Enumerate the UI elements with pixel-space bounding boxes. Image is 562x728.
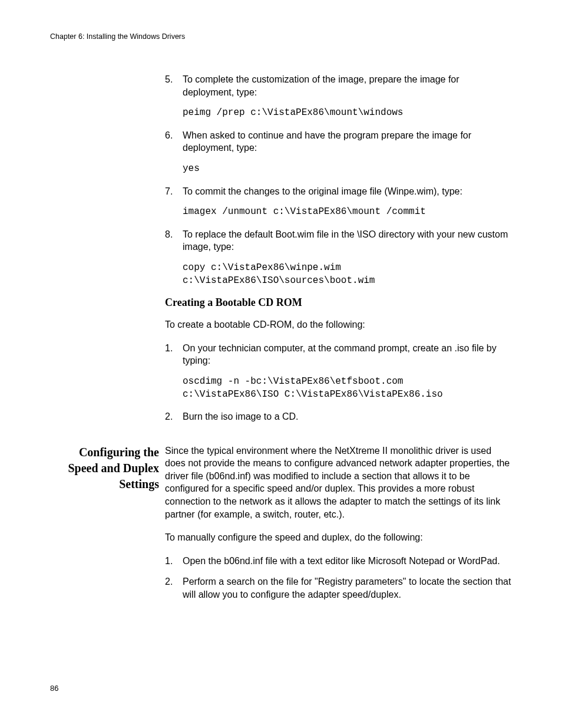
list-number: 2. <box>165 410 183 423</box>
right-column: 5. To complete the customization of the … <box>165 73 512 431</box>
paragraph: Since the typical environment where the … <box>165 444 512 521</box>
list-text: When asked to continue and have the prog… <box>183 129 512 154</box>
list-number: 1. <box>165 555 183 568</box>
content-area: 5. To complete the customization of the … <box>50 73 512 431</box>
list-number: 1. <box>165 342 183 367</box>
code-block: peimg /prep c:\VistaPEx86\mount\windows <box>183 107 512 120</box>
list-text: Open the b06nd.inf file with a text edit… <box>183 555 512 568</box>
list-item: 1. Open the b06nd.inf file with a text e… <box>165 555 512 568</box>
list-item: 2. Burn the iso image to a CD. <box>165 410 512 423</box>
sidebar-heading: Configuring the Speed and Duplex Setting… <box>50 444 159 492</box>
list-number: 7. <box>165 185 183 198</box>
code-block: oscdimg -n -bc:\VistaPEx86\etfsboot.com … <box>183 375 512 401</box>
ordered-list-b: 1. On your technician computer, at the c… <box>165 342 512 423</box>
right-column: Since the typical environment where the … <box>165 444 512 610</box>
code-block: yes <box>183 163 512 176</box>
list-number: 6. <box>165 129 183 154</box>
ordered-list-c: 1. Open the b06nd.inf file with a text e… <box>165 555 512 601</box>
page-number: 86 <box>50 684 58 693</box>
list-text: Perform a search on the file for "Regist… <box>183 575 512 601</box>
list-number: 8. <box>165 228 183 253</box>
list-item: 5. To complete the customization of the … <box>165 73 512 98</box>
list-number: 2. <box>165 575 183 601</box>
paragraph: To create a bootable CD-ROM, do the foll… <box>165 318 512 331</box>
left-column <box>50 73 165 431</box>
list-item: 2. Perform a search on the file for "Reg… <box>165 575 512 601</box>
paragraph: To manually configure the speed and dupl… <box>165 531 512 544</box>
list-text: To replace the default Boot.wim file in … <box>183 228 512 253</box>
page: Chapter 6: Installing the Windows Driver… <box>0 0 562 610</box>
list-item: 8. To replace the default Boot.wim file … <box>165 228 512 253</box>
code-block: copy c:\VistaPex86\winpe.wim c:\VistaPEx… <box>183 262 512 287</box>
list-item: 1. On your technician computer, at the c… <box>165 342 512 367</box>
list-text: To commit the changes to the original im… <box>183 185 512 198</box>
ordered-list-a: 5. To complete the customization of the … <box>165 73 512 287</box>
list-number: 5. <box>165 73 183 98</box>
left-column: Configuring the Speed and Duplex Setting… <box>50 444 165 610</box>
subheading-bootable-cd: Creating a Bootable CD ROM <box>165 297 512 309</box>
list-text: To complete the customization of the ima… <box>183 73 512 98</box>
list-text: Burn the iso image to a CD. <box>183 410 512 423</box>
list-text: On your technician computer, at the comm… <box>183 342 512 367</box>
list-item: 7. To commit the changes to the original… <box>165 185 512 198</box>
running-header: Chapter 6: Installing the Windows Driver… <box>50 32 512 41</box>
list-item: 6. When asked to continue and have the p… <box>165 129 512 154</box>
code-block: imagex /unmount c:\VistaPEx86\mount /com… <box>183 206 512 219</box>
content-area-2: Configuring the Speed and Duplex Setting… <box>50 444 512 610</box>
